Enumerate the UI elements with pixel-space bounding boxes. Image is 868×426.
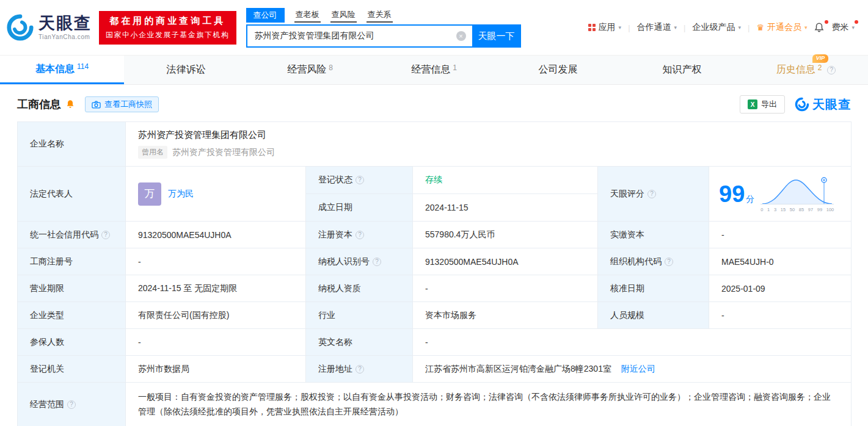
search-tab-relation[interactable]: 查关系 xyxy=(367,7,393,23)
tab-legal[interactable]: 法律诉讼 xyxy=(124,56,248,84)
field-value-staff-size: - xyxy=(709,302,852,329)
promo-banner-line1: 都在用的商业查询工具 xyxy=(106,15,230,27)
tab-basic-info[interactable]: 基本信息 114 xyxy=(0,56,124,84)
field-label-reg-authority: 登记机关 xyxy=(18,356,126,383)
help-icon[interactable]: ? xyxy=(373,258,381,266)
table-row: 工商注册号 - 纳税人识别号? 91320500MAE54UJH0A 组织机构代… xyxy=(18,248,852,275)
crown-icon: ♛ xyxy=(756,23,764,32)
search-tab-risk[interactable]: 查风险 xyxy=(330,7,357,23)
monitor-bell-button[interactable] xyxy=(65,99,75,109)
bell-icon xyxy=(65,99,75,109)
search-tabs: 查公司 查老板 查风险 查关系 xyxy=(246,7,521,23)
tab-label: 经营风险 xyxy=(287,63,326,76)
tab-operation[interactable]: 经营信息 1 xyxy=(372,56,496,84)
field-label-business-scope: 经营范围? xyxy=(18,383,126,426)
score-chart: 0131550859799100 xyxy=(760,176,834,212)
table-row: 统一社会信用代码? 91320500MAE54UJH0A 注册资本? 55798… xyxy=(18,222,852,248)
business-scope-text: 一般项目：自有资金投资的资产管理服务；股权投资；以自有资金从事投资活动；财务咨询… xyxy=(138,390,839,419)
section-title: 工商信息 xyxy=(17,97,61,112)
field-value-approval-date: 2025-01-09 xyxy=(709,275,852,302)
help-icon[interactable]: ? xyxy=(356,176,364,184)
field-value-org-code: MAE54UJH-0 xyxy=(709,248,852,275)
chevron-down-icon: ▾ xyxy=(852,24,855,31)
field-label-english-name: 英文名称 xyxy=(306,329,413,356)
top-header: 天眼查 TianYanCha.com 都在用的商业查询工具 国家中小企业发展子基… xyxy=(0,0,868,56)
business-info-table: 企业名称 苏州资产投资管理集团有限公司 曾用名 苏州资产投资管理有限公司 法定代… xyxy=(17,121,852,426)
tab-risk[interactable]: 经营风险 8 xyxy=(248,56,372,84)
search-box: × 天眼一下 xyxy=(246,24,521,48)
tab-label: 基本信息 xyxy=(35,63,75,76)
field-value-taxpayer-quality: - xyxy=(413,275,598,302)
help-icon[interactable]: ? xyxy=(67,400,76,409)
former-name-tag: 曾用名 xyxy=(138,146,167,159)
tab-count: 8 xyxy=(329,63,333,72)
tab-development[interactable]: 公司发展 xyxy=(496,56,620,84)
tab-label: 历史信息 xyxy=(776,63,815,76)
logo-swirl-icon xyxy=(795,97,809,112)
table-row: 参保人数 - 英文名称 - xyxy=(18,329,852,356)
camera-icon xyxy=(92,101,101,109)
search-clear-icon[interactable]: × xyxy=(456,31,466,41)
field-label-taxpayer-id: 纳税人识别号? xyxy=(306,248,413,275)
tianyancha-logo[interactable]: 天眼查 TianYanCha.com xyxy=(6,13,92,42)
vip-badge: VIP xyxy=(812,54,829,63)
score-value: 99分 xyxy=(719,182,754,206)
field-label-reg-capital: 注册资本? xyxy=(306,222,413,248)
field-label-insured-count: 参保人数 xyxy=(18,329,126,356)
snapshot-button[interactable]: 查看工商快照 xyxy=(85,96,159,112)
field-value-reg-capital: 557980.4万人民币 xyxy=(413,222,598,248)
tab-history[interactable]: VIP 历史信息 2 ? xyxy=(744,56,868,84)
nav-partner-label: 合作通道 xyxy=(637,22,671,33)
help-icon[interactable]: ? xyxy=(356,365,364,374)
nearby-companies-link[interactable]: 附近公司 xyxy=(621,364,655,374)
user-notification-dot xyxy=(855,20,858,24)
nav-enterprise[interactable]: 企业级产品 ▾ xyxy=(692,22,741,33)
reg-address-text: 江苏省苏州市高新区运河铂湾金融广场8幢2301室 xyxy=(425,364,611,374)
nav-enterprise-label: 企业级产品 xyxy=(692,22,735,33)
table-row: 企业类型 有限责任公司(国有控股) 行业 资本市场服务 人员规模 - xyxy=(18,302,852,329)
field-value-reg-number: - xyxy=(126,248,306,275)
excel-icon: X xyxy=(748,99,757,109)
field-label-legal-rep: 法定代表人 xyxy=(18,167,126,222)
field-value-taxpayer-id: 91320500MAE54UJH0A xyxy=(413,248,598,275)
field-value-reg-status: 存续 xyxy=(413,167,598,194)
field-label-reg-number: 工商注册号 xyxy=(18,248,126,275)
field-label-company-name: 企业名称 xyxy=(18,122,126,167)
score-curve-chart xyxy=(760,176,834,206)
tab-label: 经营信息 xyxy=(411,63,450,76)
field-value-business-scope: 一般项目：自有资金投资的资产管理服务；股权投资；以自有资金从事投资活动；财务咨询… xyxy=(126,383,852,426)
table-row: 企业名称 苏州资产投资管理集团有限公司 曾用名 苏州资产投资管理有限公司 xyxy=(18,122,852,167)
nav-vip[interactable]: ♛ 开通会员 ▾ xyxy=(756,22,807,33)
help-icon[interactable]: ? xyxy=(827,66,836,74)
watermark-text: 天眼查 xyxy=(812,96,851,113)
field-value-company-type: 有限责任公司(国有控股) xyxy=(126,302,306,329)
tab-ip[interactable]: 知识产权 xyxy=(620,56,744,84)
search-tab-company[interactable]: 查公司 xyxy=(246,8,285,23)
legal-rep-link[interactable]: 万为民 xyxy=(168,189,194,200)
field-value-business-term: 2024-11-15 至 无固定期限 xyxy=(126,275,306,302)
field-label-taxpayer-quality: 纳税人资质 xyxy=(306,275,413,302)
search-button[interactable]: 天眼一下 xyxy=(472,24,521,48)
chevron-down-icon: ▾ xyxy=(738,24,741,31)
nav-separator: | xyxy=(628,23,630,32)
legal-rep-avatar[interactable]: 万 xyxy=(138,182,161,206)
search-tab-boss[interactable]: 查老板 xyxy=(294,7,321,23)
nav-apps[interactable]: 应用 ▾ xyxy=(588,22,622,33)
help-icon[interactable]: ? xyxy=(101,231,110,239)
field-value-paid-capital: - xyxy=(709,222,852,248)
notifications-button[interactable] xyxy=(814,22,825,33)
status-badge: 存续 xyxy=(425,175,442,184)
help-icon[interactable]: ? xyxy=(356,231,364,239)
top-nav: 应用 ▾ | 合作通道 ▾ | 企业级产品 ▾ | ♛ 开通会员 ▾ 费米 xyxy=(588,22,855,33)
company-tab-bar: 基本信息 114 法律诉讼 经营风险 8 经营信息 1 公司发展 知识产权 VI… xyxy=(0,56,868,85)
help-icon[interactable]: ? xyxy=(665,258,673,266)
tab-label: 公司发展 xyxy=(539,63,578,76)
field-label-paid-capital: 实缴资本 xyxy=(598,222,709,248)
score-axis: 0131550859799100 xyxy=(760,207,834,212)
search-input[interactable] xyxy=(246,24,472,48)
tab-count: 1 xyxy=(453,63,457,72)
help-icon[interactable]: ? xyxy=(647,190,656,198)
nav-partner[interactable]: 合作通道 ▾ xyxy=(637,22,677,33)
export-button[interactable]: X 导出 xyxy=(740,95,785,114)
nav-user[interactable]: 费米 ▾ xyxy=(831,22,855,33)
